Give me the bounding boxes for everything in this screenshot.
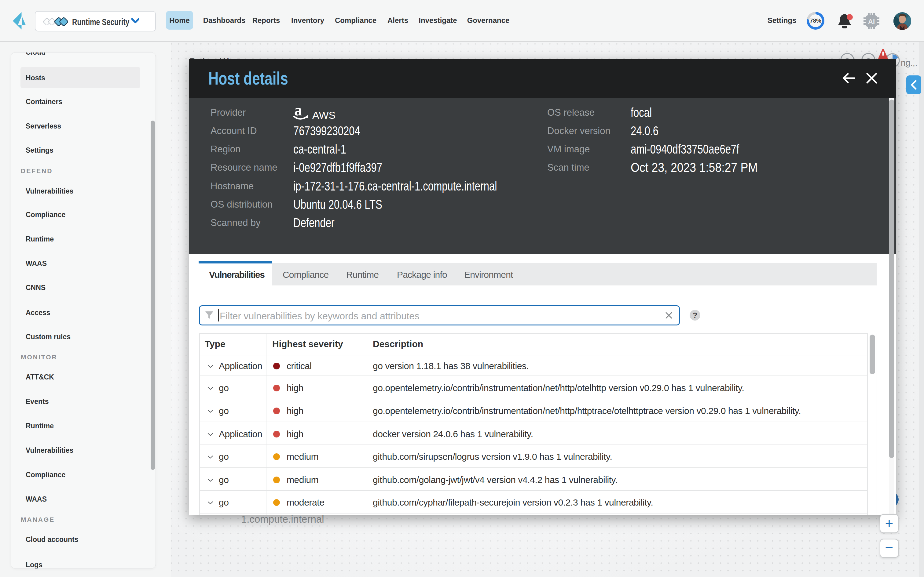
svg-text:AI: AI <box>868 18 875 25</box>
svg-text:a: a <box>294 103 302 119</box>
